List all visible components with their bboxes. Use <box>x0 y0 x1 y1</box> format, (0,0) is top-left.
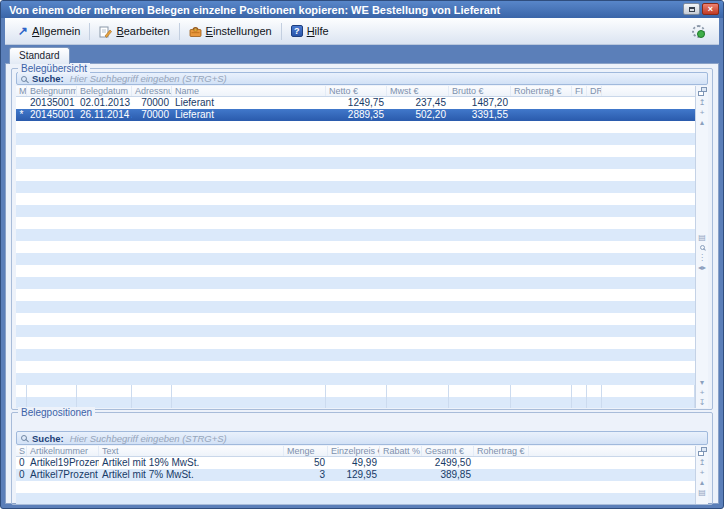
scroll-down-icon[interactable]: ▾ <box>700 378 704 388</box>
cell <box>587 313 602 325</box>
more-options-icon[interactable]: ⋮ <box>698 253 706 263</box>
cell: 50 <box>284 457 328 469</box>
table-row[interactable] <box>16 253 695 265</box>
cell <box>326 133 387 145</box>
column-header[interactable]: Name <box>172 86 326 96</box>
einstellungen-button[interactable]: Einstellungen <box>182 22 279 41</box>
bearbeiten-button[interactable]: Bearbeiten <box>92 22 176 41</box>
column-header[interactable]: Mwst € <box>387 86 449 96</box>
table-row[interactable] <box>16 157 695 169</box>
cell <box>511 109 572 121</box>
table-row[interactable] <box>16 481 695 493</box>
table-row[interactable] <box>16 361 695 373</box>
search-icon <box>21 435 27 441</box>
table-row[interactable] <box>16 133 695 145</box>
table-row[interactable] <box>16 241 695 253</box>
table-row[interactable] <box>16 493 695 504</box>
cell <box>387 205 449 217</box>
pager-icon[interactable]: ◂▸ <box>698 263 706 273</box>
cell <box>511 373 572 385</box>
table-row[interactable] <box>16 289 695 301</box>
column-header[interactable] <box>602 86 695 96</box>
close-button[interactable]: × <box>702 3 719 15</box>
beleguebersicht-search-bar[interactable]: Suche: Hier Suchbegriff eingeben (STRG+S… <box>16 72 708 85</box>
column-header[interactable]: Adressnumm <box>132 86 172 96</box>
magnifier-icon[interactable] <box>700 245 705 250</box>
table-row[interactable] <box>16 205 695 217</box>
cell <box>16 205 27 217</box>
table-row[interactable] <box>16 373 695 385</box>
table-row[interactable] <box>16 265 695 277</box>
cell <box>16 265 27 277</box>
scroll-plus2-icon[interactable]: + <box>700 388 705 398</box>
column-header[interactable]: S <box>16 446 27 456</box>
column-header[interactable]: M <box>16 86 27 96</box>
scroll-plus-icon[interactable]: + <box>700 108 705 118</box>
table-row[interactable] <box>16 229 695 241</box>
column-chooser-icon[interactable] <box>698 447 707 456</box>
card-view-icon[interactable]: ▤ <box>698 488 706 498</box>
scroll-top-icon[interactable]: ↥ <box>699 98 706 108</box>
column-header[interactable]: Text <box>99 446 284 456</box>
table-row[interactable] <box>16 145 695 157</box>
search-placeholder: Hier Suchbegriff eingeben (STRG+S) <box>70 73 227 84</box>
column-header[interactable]: Gesamt € <box>422 446 474 456</box>
table-row[interactable] <box>16 277 695 289</box>
tab-standard[interactable]: Standard <box>9 47 70 64</box>
column-chooser-icon[interactable] <box>698 87 707 96</box>
restore-button[interactable] <box>683 3 700 15</box>
cell <box>77 157 132 169</box>
table-row[interactable] <box>16 121 695 133</box>
hilfe-button[interactable]: ? Hilfe <box>284 22 336 40</box>
table-row[interactable] <box>16 337 695 349</box>
column-header[interactable]: Brutto € <box>449 86 511 96</box>
cell <box>602 121 695 133</box>
column-header[interactable]: Rabatt % <box>380 446 422 456</box>
column-header[interactable] <box>529 446 695 456</box>
table-row[interactable] <box>16 397 695 408</box>
refresh-gear-icon[interactable] <box>692 25 705 38</box>
cell <box>77 253 132 265</box>
column-header[interactable]: Artikelnummer <box>27 446 99 456</box>
cell <box>572 301 587 313</box>
scroll-up-icon[interactable]: ▴ <box>700 118 704 128</box>
table-row[interactable] <box>16 217 695 229</box>
table-row[interactable] <box>16 301 695 313</box>
table-row[interactable] <box>16 181 695 193</box>
table-row[interactable] <box>16 193 695 205</box>
scroll-plus-icon[interactable]: + <box>700 468 705 478</box>
table-row[interactable] <box>16 349 695 361</box>
cell <box>602 157 695 169</box>
belegpositionen-search-bar[interactable]: Suche: Hier Suchbegriff eingeben (STRG+S… <box>16 431 708 445</box>
column-header[interactable]: Menge <box>284 446 328 456</box>
table-row[interactable]: *2014500126.11.2014 /Mi70000Lieferant288… <box>16 109 695 121</box>
allgemein-button[interactable]: ↗ Allgemein <box>11 22 87 40</box>
column-header[interactable]: DR <box>587 86 602 96</box>
column-header[interactable]: Netto € <box>326 86 387 96</box>
column-header[interactable]: FI <box>572 86 587 96</box>
scroll-bottom-icon[interactable]: ↧ <box>699 398 706 408</box>
cell <box>449 157 511 169</box>
cell <box>572 337 587 349</box>
cell <box>326 337 387 349</box>
column-header[interactable]: Belegnumme <box>27 86 77 96</box>
card-view-icon[interactable]: ▤ <box>698 233 706 243</box>
table-row[interactable] <box>16 385 695 397</box>
scroll-up-icon[interactable]: ▴ <box>700 478 704 488</box>
table-row[interactable]: 2013500102.01.2013 /Mi70000Lieferant1249… <box>16 97 695 109</box>
table-row[interactable] <box>16 325 695 337</box>
cell <box>16 385 27 397</box>
table-row[interactable]: 0Artikel7ProzentArtikel mit 7% MwSt.3129… <box>16 469 695 481</box>
column-header[interactable]: Belegdatum <box>77 86 132 96</box>
scroll-top-icon[interactable]: ↥ <box>699 458 706 468</box>
table-row[interactable]: 0Artikel19ProzentArtikel mit 19% MwSt.50… <box>16 457 695 469</box>
column-header[interactable]: Rohertrag € <box>511 86 572 96</box>
cell: Artikel mit 7% MwSt. <box>99 469 284 481</box>
column-header[interactable]: Rohertrag € <box>474 446 529 456</box>
table-row[interactable] <box>16 313 695 325</box>
cell <box>16 97 27 109</box>
column-header[interactable]: Einzelpreis € <box>328 446 380 456</box>
cell <box>572 265 587 277</box>
table-row[interactable] <box>16 169 695 181</box>
cell <box>511 265 572 277</box>
